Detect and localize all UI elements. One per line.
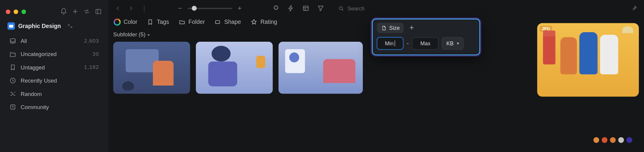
sidebar-item-all[interactable]: All 2,603 [4, 35, 104, 47]
minimize-icon[interactable] [14, 9, 18, 14]
filter-tags[interactable]: Tags [146, 18, 169, 26]
thumbnail[interactable] [196, 42, 273, 94]
chevron-updown-icon: ⌃⌄ [67, 23, 72, 29]
sidebar-item-community[interactable]: Community [4, 101, 104, 113]
filter-label: Color [123, 18, 137, 25]
filter-shape[interactable]: Shape [214, 18, 241, 26]
chevron-down-icon: ▼ [456, 41, 460, 46]
sidebar: Graphic Design ⌃⌄ All 2,603 Uncategorize… [0, 0, 108, 152]
workspace-title: Graphic Design [18, 23, 61, 29]
main-toolbar: | − + Search [108, 0, 644, 16]
pin-icon[interactable] [630, 4, 639, 13]
close-icon[interactable] [6, 9, 10, 14]
input-placeholder: Max [420, 40, 431, 46]
swap-icon[interactable] [83, 7, 91, 16]
text-cursor-icon [395, 41, 395, 46]
folder-icon [9, 50, 16, 58]
workspace-icon [7, 22, 15, 30]
filter-tab-size[interactable]: Size [377, 23, 404, 33]
filter-label: Tags [157, 18, 169, 25]
forward-button[interactable] [126, 4, 135, 13]
filter-tab-label: Size [389, 25, 400, 31]
filter-folder[interactable]: Folder [178, 18, 205, 26]
folder-icon [178, 18, 185, 26]
inbox-icon [9, 37, 16, 45]
back-button[interactable] [113, 4, 122, 13]
size-filter-popover: Size + Min - Max KB ▼ [372, 18, 480, 55]
swatch[interactable] [610, 137, 616, 143]
main-panel: | − + Search [108, 0, 644, 152]
thumbnail-selected[interactable]: JPG [537, 23, 639, 97]
sidebar-item-count: 1,182 [84, 64, 99, 70]
sidebar-item-label: Uncategorized [21, 51, 57, 57]
bolt-icon[interactable] [287, 4, 295, 13]
swatch[interactable] [602, 137, 607, 143]
filter-label: Folder [188, 18, 205, 25]
download-icon [9, 103, 16, 111]
sidebar-item-uncategorized[interactable]: Uncategorized 30 [4, 48, 104, 61]
sidebar-item-label: Community [21, 104, 49, 110]
filter-rating[interactable]: Rating [250, 18, 277, 26]
swatch[interactable] [593, 137, 599, 143]
filter-label: Shape [224, 18, 241, 25]
sidebar-item-label: Random [21, 91, 42, 97]
size-min-input[interactable]: Min [377, 37, 403, 50]
sidebar-item-count: 30 [93, 51, 99, 57]
range-dash: - [407, 40, 409, 47]
toolbar-icons [272, 4, 325, 13]
divider: | [140, 4, 148, 13]
add-filter-button[interactable]: + [407, 23, 416, 32]
filter-label: Rating [260, 18, 277, 25]
search-input[interactable]: Search [334, 4, 369, 13]
size-max-input[interactable]: Max [412, 37, 439, 50]
workspace-selector[interactable]: Graphic Design ⌃⌄ [0, 20, 108, 32]
clock-icon [9, 77, 16, 84]
swatch[interactable] [626, 137, 632, 143]
swatch[interactable] [618, 137, 624, 143]
svg-rect-4 [303, 6, 308, 10]
extension-icon[interactable] [272, 4, 280, 13]
unit-label: KB [446, 40, 453, 46]
shuffle-icon [9, 90, 16, 97]
search-placeholder: Search [348, 5, 365, 11]
sidebar-toggle-icon[interactable] [94, 7, 103, 16]
window-titlebar [0, 3, 108, 20]
chevron-right-icon: ▸ [148, 32, 150, 37]
svg-rect-6 [216, 21, 220, 24]
size-unit-select[interactable]: KB ▼ [442, 37, 463, 50]
sidebar-nav: All 2,603 Uncategorized 30 Untagged 1,18… [0, 31, 108, 117]
shape-icon [214, 18, 222, 26]
bookmark-icon [146, 18, 154, 26]
thumbnail[interactable] [113, 42, 190, 94]
star-icon [250, 18, 258, 26]
input-placeholder: Min [385, 40, 394, 46]
filter-icon[interactable] [317, 4, 325, 13]
zoom-in-icon[interactable]: + [236, 4, 243, 12]
thumbnail[interactable] [278, 42, 363, 94]
sidebar-item-count: 2,603 [84, 38, 99, 44]
sidebar-item-label: Recently Used [21, 77, 57, 84]
subfolder-label: Subfolder (5) [113, 31, 145, 38]
sidebar-item-recent[interactable]: Recently Used [4, 74, 104, 87]
zoom-slider[interactable] [188, 8, 232, 9]
svg-point-5 [339, 7, 342, 10]
zoom-out-icon[interactable]: − [177, 4, 183, 12]
file-icon [381, 25, 387, 31]
zoom-icon[interactable] [21, 9, 26, 14]
svg-rect-1 [10, 39, 16, 43]
plus-icon[interactable] [71, 7, 79, 16]
svg-rect-0 [96, 10, 101, 14]
color-ring-icon [113, 18, 120, 26]
sidebar-item-random[interactable]: Random [4, 88, 104, 100]
layout-icon[interactable] [302, 4, 310, 13]
color-palette [593, 137, 632, 143]
bell-icon[interactable] [60, 7, 68, 16]
sidebar-item-label: All [21, 38, 27, 44]
bookmark-icon [9, 63, 16, 71]
sidebar-item-label: Untagged [21, 64, 45, 71]
window-traffic-lights[interactable] [6, 9, 26, 14]
sidebar-item-untagged[interactable]: Untagged 1,182 [4, 61, 104, 74]
filter-color[interactable]: Color [113, 18, 137, 26]
zoom-control[interactable]: − + [177, 4, 243, 12]
